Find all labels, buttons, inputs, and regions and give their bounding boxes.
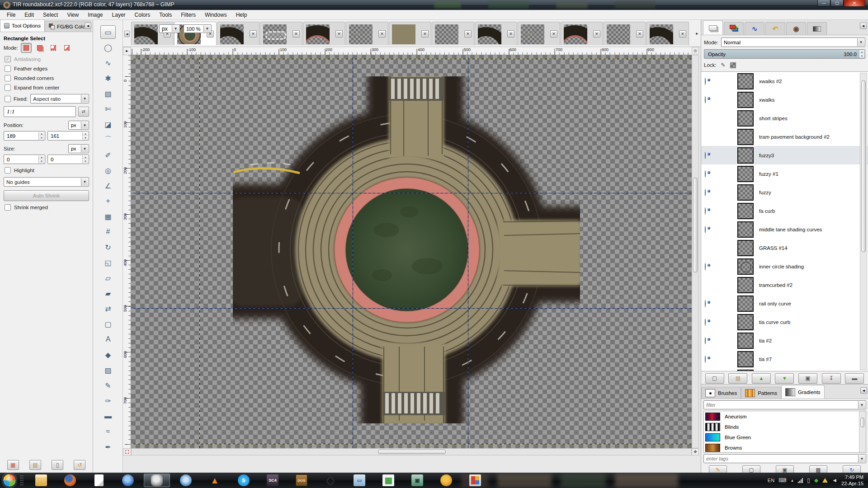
tool-zoom[interactable]: ◎ (100, 164, 116, 177)
tab-scroll-right-icon[interactable]: ► (694, 31, 700, 37)
image-tab-5[interactable]: ✕ (303, 22, 345, 45)
tray-expand-icon[interactable]: ▲ (790, 479, 794, 483)
guides-combo[interactable]: No guides ▼ (4, 177, 89, 187)
scrollbar-thumb[interactable] (861, 80, 866, 252)
tool-ink[interactable]: ✒ (100, 440, 116, 454)
guide-horizontal[interactable] (131, 193, 692, 193)
visibility-cell[interactable] (705, 97, 718, 103)
menu-item[interactable]: Image (84, 11, 107, 19)
image-tab-6[interactable]: ✕ (346, 22, 388, 45)
taskbar-app-blue-window[interactable]: ▭ (346, 474, 373, 487)
fixed-combo[interactable]: Aspect ratio ▼ (30, 94, 89, 103)
image-tab-12[interactable]: ✕ (604, 22, 646, 45)
start-button[interactable] (3, 474, 16, 487)
layer-mode-combo[interactable]: Normal ▼ (721, 38, 865, 47)
taskbar-app-calc[interactable]: ▦ (375, 474, 401, 487)
antialiasing-checkbox[interactable]: ✓ (5, 56, 11, 62)
tab-brushes[interactable]: Brushes (701, 387, 741, 399)
mode-subtract-button[interactable] (48, 43, 59, 53)
layer-rail-only-curve[interactable]: rail only curve (701, 294, 868, 313)
spinner[interactable]: ▲▼ (82, 132, 88, 140)
taskbar-app-inkscape[interactable]: ◆ (317, 474, 344, 487)
aspect-orientation-button[interactable]: ⇄ (78, 107, 89, 117)
scrollbar-thumb[interactable] (378, 450, 446, 454)
tab-close-icon[interactable]: ✕ (250, 30, 257, 38)
tool-blend[interactable]: ▨ (100, 363, 116, 377)
tool-align[interactable]: ▦ (100, 210, 116, 223)
dock-collapse-button[interactable]: ◄ (85, 23, 91, 29)
horizontal-scrollbar[interactable] (131, 448, 692, 455)
rounded-corners-checkbox[interactable] (5, 75, 11, 81)
fixed-checkbox[interactable] (5, 96, 11, 102)
tab-close-icon[interactable]: ✕ (593, 30, 600, 38)
tab-close-icon[interactable]: ✕ (378, 30, 386, 38)
quick-mask-toggle[interactable] (123, 448, 131, 455)
visibility-cell[interactable] (705, 300, 718, 307)
layer-tramcurbed-2[interactable]: tramcurbed #2 (701, 276, 868, 294)
layer-xwalks-2[interactable]: xwalks #2 (701, 72, 868, 90)
lock-pixels-icon[interactable]: ✎ (719, 61, 727, 69)
tool-scissors-select[interactable]: ✄ (100, 102, 116, 116)
canvas-viewport[interactable] (131, 55, 692, 448)
auto-shrink-button[interactable]: Auto Shrink (4, 190, 89, 201)
tool-ellipse-select[interactable]: ◯ (100, 41, 116, 54)
spinner[interactable]: ▲▼ (38, 155, 44, 163)
menu-item[interactable]: Filters (177, 11, 200, 19)
tab-paths[interactable]: ∿ (745, 22, 764, 35)
layer-list-scrollbar[interactable] (860, 73, 867, 370)
menu-item[interactable]: Edit (20, 11, 38, 19)
tab-close-icon[interactable]: ✕ (421, 30, 429, 38)
visibility-cell[interactable] (705, 263, 718, 270)
tab-close-icon[interactable]: ✕ (550, 30, 557, 38)
delete-layer-button[interactable]: ▬ (845, 373, 864, 384)
delete-tool-preset-button[interactable]: ▯ (52, 460, 63, 470)
tab-close-icon[interactable]: ✕ (292, 30, 300, 38)
horizontal-ruler[interactable]: -200-1000100200300400500600700800900 (131, 47, 692, 55)
tool-shear[interactable]: ▱ (100, 271, 116, 285)
eye-icon[interactable] (705, 263, 706, 270)
taskbar-app-blocks[interactable] (462, 474, 488, 487)
tool-measure[interactable]: ∠ (100, 179, 116, 192)
menu-item[interactable]: Windows (201, 11, 231, 19)
tab-undo-history[interactable]: ↶ (765, 22, 785, 35)
tool-fuzzy-select[interactable]: ✱ (100, 71, 116, 85)
tab-tool-options[interactable]: Tool Options (0, 19, 45, 32)
layer-middle-lane-shading-curves[interactable]: middle lane shading curves (701, 220, 868, 239)
tool-bucket-fill[interactable]: ◆ (100, 348, 116, 361)
size-height-input[interactable]: 0 ▲▼ (47, 155, 89, 164)
taskbar-app-thunderbird[interactable] (115, 474, 141, 487)
size-unit-combo[interactable]: px ▼ (68, 144, 89, 153)
tab-close-icon[interactable]: ✕ (507, 30, 514, 38)
gradient-browns[interactable]: Browns (704, 442, 866, 453)
tab-close-icon[interactable]: ✕ (464, 30, 472, 38)
visibility-cell[interactable] (705, 319, 718, 325)
taskbar-grip[interactable] (20, 475, 24, 485)
maximize-button[interactable]: ▢ (830, 0, 844, 7)
image-tab-13[interactable]: ✕ (646, 22, 689, 45)
position-y-input[interactable]: 161 ▲▼ (47, 131, 89, 141)
image-tab-4[interactable]: ✕ (260, 22, 302, 45)
eye-icon[interactable] (705, 96, 706, 103)
tool-paths[interactable]: ⌒ (100, 133, 116, 146)
taskbar-app-dosbox[interactable]: DOS (288, 474, 315, 487)
layer-fuzzy3[interactable]: fuzzy3 (701, 146, 868, 164)
layer-grass-14[interactable]: GRASS #14 (701, 239, 868, 257)
image-tab-11[interactable]: ✕ (561, 22, 603, 45)
eye-icon[interactable] (705, 356, 706, 363)
taskbar-app-simcity4[interactable]: SC4 (259, 474, 286, 487)
taskbar-app-blue-pen[interactable] (173, 474, 199, 487)
menu-item[interactable]: View (63, 11, 83, 19)
menu-item[interactable]: Help (232, 11, 251, 19)
status-unit-combo[interactable]: px ▼ (159, 24, 180, 33)
layer-tia-7[interactable]: tia #7 (701, 350, 868, 368)
gradient-blue-green[interactable]: Blue Green (704, 432, 866, 442)
opacity-slider[interactable]: Opacity 100.0 ▲▼ (704, 49, 865, 59)
anchor-layer-button[interactable]: ↧ (822, 373, 841, 384)
volume-icon[interactable]: ◄ (832, 477, 837, 483)
tab-close-icon[interactable]: ✕ (679, 30, 686, 38)
tab-close-icon[interactable]: ✕ (335, 30, 343, 38)
menu-item[interactable]: Tools (155, 11, 176, 19)
menu-item[interactable]: File (3, 11, 19, 19)
tab-scroll-left-icon[interactable]: ◄ (124, 31, 130, 37)
spinner[interactable]: ▲▼ (82, 155, 88, 163)
